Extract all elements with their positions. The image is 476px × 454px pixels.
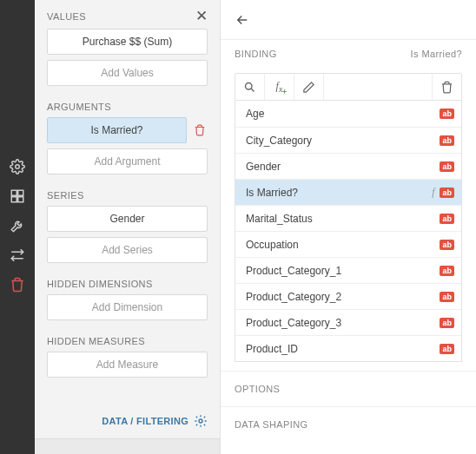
field-row[interactable]: Occupationab bbox=[235, 231, 461, 257]
svg-point-6 bbox=[246, 82, 253, 89]
add-measure-button[interactable]: Add Measure bbox=[47, 352, 208, 378]
field-row[interactable]: Is Married?fab bbox=[235, 179, 461, 205]
back-arrow-icon[interactable] bbox=[235, 12, 250, 28]
add-series-button[interactable]: Add Series bbox=[47, 237, 208, 263]
delete-argument-icon[interactable] bbox=[192, 124, 208, 136]
field-row[interactable]: Product_IDab bbox=[235, 335, 461, 361]
field-name: Product_Category_3 bbox=[246, 317, 341, 329]
search-icon[interactable] bbox=[235, 74, 265, 100]
wrench-icon[interactable] bbox=[0, 211, 35, 240]
gear-icon bbox=[194, 414, 208, 428]
svg-point-0 bbox=[16, 165, 20, 169]
delete-icon[interactable] bbox=[432, 74, 461, 100]
field-type-tag: ab bbox=[440, 109, 454, 119]
field-type-tag: ab bbox=[440, 240, 454, 250]
svg-rect-1 bbox=[11, 190, 17, 195]
add-calc-field-icon[interactable]: fx+ bbox=[265, 74, 294, 100]
field-name: City_Category bbox=[246, 135, 312, 147]
edit-icon[interactable] bbox=[294, 74, 324, 100]
add-dimension-button[interactable]: Add Dimension bbox=[47, 294, 208, 320]
section-hidden-dimensions-title: HIDDEN DIMENSIONS bbox=[35, 268, 220, 294]
field-list: AgeabCity_CategoryabGenderabIs Married?f… bbox=[235, 101, 462, 362]
field-row[interactable]: Product_Category_2ab bbox=[235, 283, 461, 309]
field-type-tag: ab bbox=[440, 161, 454, 172]
data-filtering-button[interactable]: DATA / FILTERING bbox=[35, 404, 220, 438]
field-row[interactable]: Product_Category_1ab bbox=[235, 257, 461, 283]
svg-point-5 bbox=[199, 419, 202, 423]
svg-rect-2 bbox=[18, 190, 23, 195]
layout-icon[interactable] bbox=[0, 181, 35, 211]
values-item[interactable]: Purchase $$ (Sum) bbox=[47, 29, 208, 55]
calc-field-icon: f bbox=[432, 186, 434, 199]
field-row[interactable]: Ageab bbox=[235, 101, 461, 127]
field-type-tag: ab bbox=[440, 135, 454, 146]
field-type-tag: ab bbox=[440, 266, 454, 276]
binding-panel: BINDING Is Married? fx+ AgeabCity_Catego… bbox=[221, 0, 476, 454]
field-type-tag: ab bbox=[440, 344, 454, 354]
field-name: Occupation bbox=[246, 239, 299, 251]
options-section[interactable]: OPTIONS bbox=[221, 371, 476, 406]
trash-icon[interactable] bbox=[0, 270, 35, 299]
section-series-title: SERIES bbox=[35, 180, 220, 206]
section-arguments-title: ARGUMENTS bbox=[35, 91, 220, 117]
field-row[interactable]: Genderab bbox=[235, 153, 461, 179]
icon-toolbar bbox=[0, 0, 35, 454]
field-type-tag: ab bbox=[440, 318, 454, 328]
field-row[interactable]: Product_Category_3ab bbox=[235, 309, 461, 335]
binding-toolbar: fx+ bbox=[235, 73, 462, 101]
panel-scroll-handle[interactable] bbox=[35, 438, 220, 454]
field-type-tag: ab bbox=[440, 292, 454, 302]
field-type-tag: ab bbox=[440, 188, 454, 198]
field-name: Product_ID bbox=[246, 343, 298, 355]
svg-rect-3 bbox=[11, 197, 17, 202]
field-name: Product_Category_1 bbox=[246, 265, 341, 277]
close-icon[interactable]: ✕ bbox=[195, 9, 208, 23]
data-items-panel: VALUES ✕ Purchase $$ (Sum) Add Values AR… bbox=[35, 0, 221, 454]
field-row[interactable]: Marital_Statusab bbox=[235, 205, 461, 231]
section-values-title: VALUES bbox=[47, 11, 86, 22]
add-argument-button[interactable]: Add Argument bbox=[47, 148, 208, 174]
field-name: Gender bbox=[246, 161, 281, 173]
section-hidden-measures-title: HIDDEN MEASURES bbox=[35, 326, 220, 352]
data-shaping-section[interactable]: DATA SHAPING bbox=[221, 406, 476, 442]
data-filtering-label: DATA / FILTERING bbox=[102, 416, 188, 426]
field-row[interactable]: City_Categoryab bbox=[235, 127, 461, 153]
app-frame: VALUES ✕ Purchase $$ (Sum) Add Values AR… bbox=[0, 0, 476, 454]
swap-icon[interactable] bbox=[0, 240, 35, 270]
binding-current: Is Married? bbox=[411, 49, 462, 59]
field-name: Marital_Status bbox=[246, 213, 313, 225]
svg-rect-4 bbox=[18, 197, 23, 202]
binding-title: BINDING bbox=[235, 49, 277, 59]
series-item[interactable]: Gender bbox=[47, 206, 208, 232]
add-values-button[interactable]: Add Values bbox=[47, 60, 208, 86]
field-name: Product_Category_2 bbox=[246, 291, 341, 303]
field-name: Is Married? bbox=[246, 187, 298, 199]
field-name: Age bbox=[246, 108, 264, 120]
arguments-item[interactable]: Is Married? bbox=[47, 117, 187, 143]
gear-icon[interactable] bbox=[0, 152, 35, 181]
field-type-tag: ab bbox=[440, 214, 454, 224]
